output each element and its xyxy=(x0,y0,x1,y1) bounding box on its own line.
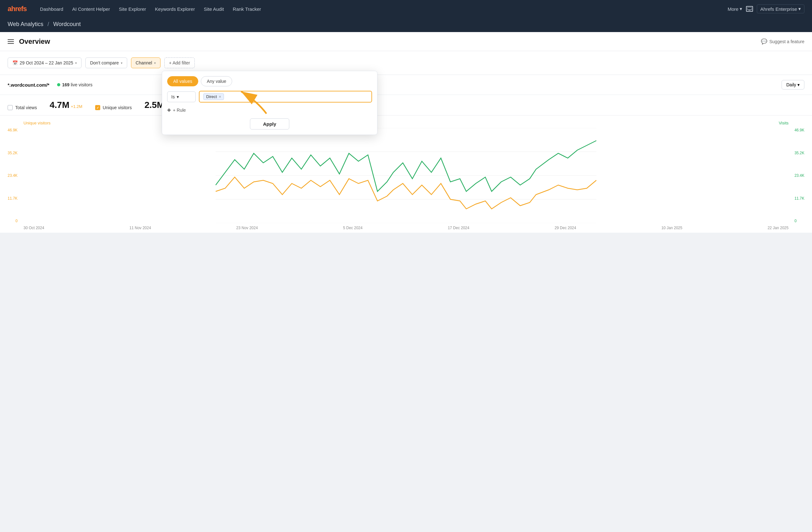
orange-line-unique-visitors xyxy=(216,177,596,209)
logo-text: ahrefs xyxy=(8,5,27,13)
live-indicator xyxy=(57,83,60,86)
total-views-delta: +1.2M xyxy=(71,104,83,109)
compare-button[interactable]: Don't compare ▾ xyxy=(85,57,127,68)
channel-tabs: All values Any value xyxy=(167,76,372,86)
site-name: *.wordcount.com/* xyxy=(8,82,49,88)
y-label-23-4k: 23.4K xyxy=(8,173,17,178)
breadcrumb-bar: Web Analytics / Wordcount xyxy=(0,18,812,32)
unique-visitors-checkbox[interactable]: ✓ xyxy=(95,105,100,110)
x-label-3: 5 Dec 2024 xyxy=(343,226,363,230)
x-label-6: 10 Jan 2025 xyxy=(661,226,682,230)
calendar-icon: 📅 xyxy=(12,60,18,65)
nav-site-audit[interactable]: Site Audit xyxy=(199,0,228,18)
x-label-0: 30 Oct 2024 xyxy=(24,226,44,230)
metrics-row: Total views 4.7M +1.2M ✓ Unique visitors… xyxy=(0,95,812,115)
channel-tag-direct: Direct × xyxy=(203,93,224,100)
view-controls: Daily ▾ xyxy=(782,80,804,89)
nav-enterprise[interactable]: Ahrefs Enterprise ▾ xyxy=(757,4,804,13)
navigation: ahrefs Dashboard AI Content Helper Site … xyxy=(0,0,812,18)
nav-more[interactable]: More ▾ xyxy=(728,6,742,12)
apply-button[interactable]: Apply xyxy=(250,118,289,129)
hamburger-icon[interactable] xyxy=(8,39,14,44)
y-label-11-7k: 11.7K xyxy=(8,196,17,201)
chart-header: Unique visitors Visits xyxy=(8,121,804,128)
unique-visitors-number: 2.5M xyxy=(145,100,164,110)
chart-legend-unique-visitors: Unique visitors xyxy=(24,121,50,125)
nav-ai-content-helper[interactable]: AI Content Helper xyxy=(68,0,114,18)
chart-legend-visits: Visits xyxy=(779,121,788,125)
nav-right: More ▾ Ahrefs Enterprise ▾ xyxy=(728,4,804,13)
monitor-icon[interactable] xyxy=(746,6,753,12)
nav-rank-tracker[interactable]: Rank Tracker xyxy=(228,0,265,18)
x-label-2: 23 Nov 2024 xyxy=(236,226,258,230)
channel-tag-remove[interactable]: × xyxy=(219,95,221,99)
daily-view-button[interactable]: Daily ▾ xyxy=(782,80,804,89)
chat-icon: 💬 xyxy=(761,38,767,44)
y-label-46-9k: 46.9K xyxy=(8,128,17,132)
plus-icon: ✚ xyxy=(167,108,171,113)
y-axis-right: 46.9K 35.2K 23.4K 11.7K 0 xyxy=(793,128,804,223)
filters-row: 📅 29 Oct 2024 – 22 Jan 2025 ▾ Don't comp… xyxy=(0,51,812,75)
metric-unique-visitors: ✓ Unique visitors xyxy=(95,105,132,110)
y-axis-left: 46.9K 35.2K 23.4K 11.7K 0 xyxy=(8,128,19,223)
page-title: Overview xyxy=(19,38,761,46)
site-row: *.wordcount.com/* 169 live visitors Dail… xyxy=(0,75,812,95)
logo[interactable]: ahrefs xyxy=(8,5,27,13)
date-range-button[interactable]: 📅 29 Oct 2024 – 22 Jan 2025 ▾ xyxy=(8,57,82,68)
date-caret-icon: ▾ xyxy=(75,61,77,65)
line-chart xyxy=(27,128,785,223)
unique-visitors-label: Unique visitors xyxy=(103,105,132,110)
y-label-35-2k: 35.2K xyxy=(8,151,17,155)
channel-caret-icon: ▾ xyxy=(154,61,156,65)
total-views-checkbox[interactable] xyxy=(8,105,13,110)
total-views-number: 4.7M xyxy=(49,100,69,110)
y-right-23-4k: 23.4K xyxy=(795,173,804,178)
y-right-11-7k: 11.7K xyxy=(795,196,804,201)
y-right-35-2k: 35.2K xyxy=(795,151,804,155)
channel-button[interactable]: Channel ▾ xyxy=(131,57,160,68)
suggest-feature-button[interactable]: 💬 Suggest a feature xyxy=(761,38,804,44)
check-icon: ✓ xyxy=(97,106,99,110)
breadcrumb-separator: / xyxy=(47,21,49,27)
y-right-46-9k: 46.9K xyxy=(795,128,804,132)
y-label-0: 0 xyxy=(16,219,18,223)
nav-keywords-explorer[interactable]: Keywords Explorer xyxy=(151,0,200,18)
x-axis: 30 Oct 2024 11 Nov 2024 23 Nov 2024 5 De… xyxy=(8,223,804,233)
breadcrumb-section[interactable]: Web Analytics xyxy=(8,21,43,27)
channel-input-wrapper[interactable]: Direct × xyxy=(199,91,372,102)
x-label-4: 17 Dec 2024 xyxy=(448,226,469,230)
operator-select[interactable]: Is ▾ xyxy=(167,92,196,102)
overview-header: Overview 💬 Suggest a feature xyxy=(0,32,812,51)
add-filter-button[interactable]: + Add filter xyxy=(164,57,195,68)
x-label-5: 29 Dec 2024 xyxy=(554,226,576,230)
tab-any-value[interactable]: Any value xyxy=(201,76,232,86)
caret-down-icon: ▾ xyxy=(798,6,801,12)
arrow-annotation xyxy=(232,88,273,117)
chevron-down-icon: ▾ xyxy=(740,6,742,12)
svg-rect-0 xyxy=(747,7,752,10)
breadcrumb-page: Wordcount xyxy=(53,21,81,27)
chart-wrapper: 46.9K 35.2K 23.4K 11.7K 0 46.9K 35.2K 23… xyxy=(8,128,804,223)
nav-site-explorer[interactable]: Site Explorer xyxy=(115,0,151,18)
breadcrumb: Web Analytics / Wordcount xyxy=(8,21,81,27)
x-label-1: 11 Nov 2024 xyxy=(129,226,151,230)
x-label-7: 22 Jan 2025 xyxy=(768,226,788,230)
compare-caret-icon: ▾ xyxy=(121,61,122,65)
operator-caret-icon: ▾ xyxy=(177,94,179,99)
live-visitors: 169 live visitors xyxy=(57,82,92,87)
total-views-label: Total views xyxy=(15,105,37,110)
chart-area: Unique visitors Visits 46.9K 35.2K 23.4K… xyxy=(0,115,812,233)
apply-btn-row: Apply xyxy=(167,118,372,129)
nav-dashboard[interactable]: Dashboard xyxy=(35,0,68,18)
metric-total-views-value: 4.7M +1.2M xyxy=(49,100,82,110)
metric-total-views: Total views xyxy=(8,105,37,110)
add-rule-button[interactable]: ✚ + Rule xyxy=(167,106,186,114)
tab-all-values[interactable]: All values xyxy=(167,76,198,86)
channel-dropdown: All values Any value Is ▾ Direct × ✚ + R… xyxy=(162,71,377,135)
y-right-0: 0 xyxy=(795,219,797,223)
